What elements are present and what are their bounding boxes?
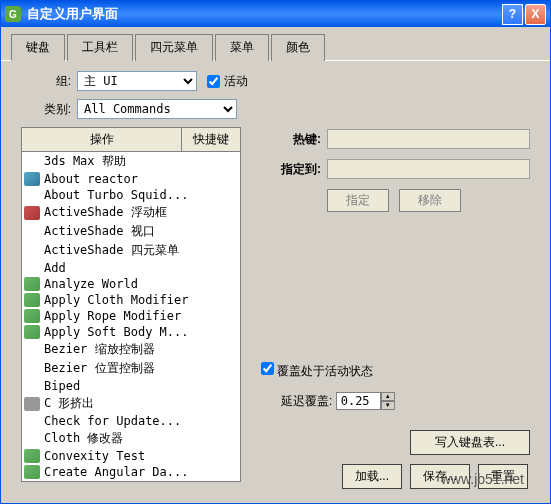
item-label: Cloth 修改器: [44, 430, 123, 447]
header-shortcut[interactable]: 快捷键: [182, 128, 240, 151]
tab-menu[interactable]: 菜单: [215, 34, 269, 61]
item-label: 3ds Max 帮助: [44, 153, 126, 170]
assigned-label: 指定到:: [261, 161, 321, 178]
list-item[interactable]: ActiveShade 四元菜单: [22, 241, 240, 260]
tab-quadmenu[interactable]: 四元菜单: [135, 34, 213, 61]
assign-button[interactable]: 指定: [327, 189, 389, 212]
item-icon: [24, 261, 40, 275]
item-label: ActiveShade 四元菜单: [44, 242, 179, 259]
item-icon: [24, 379, 40, 393]
window-title: 自定义用户界面: [27, 5, 502, 23]
reset-button[interactable]: 重置: [478, 464, 528, 489]
override-label: 覆盖处于活动状态: [277, 364, 373, 378]
active-checkbox[interactable]: [207, 75, 220, 88]
close-button[interactable]: X: [525, 4, 546, 25]
item-label: Apply Cloth Modifier: [44, 293, 189, 307]
item-icon: [24, 449, 40, 463]
item-icon: [24, 244, 40, 258]
item-label: Create Animation: [44, 481, 160, 482]
list-item[interactable]: Biped: [22, 378, 240, 394]
item-icon: [24, 188, 40, 202]
list-item[interactable]: About Turbo Squid...: [22, 187, 240, 203]
item-icon: [24, 172, 40, 186]
item-label: Apply Rope Modifier: [44, 309, 181, 323]
list-item[interactable]: Check for Update...: [22, 413, 240, 429]
item-icon: [24, 414, 40, 428]
item-label: Check for Update...: [44, 414, 181, 428]
tab-toolbar[interactable]: 工具栏: [67, 34, 133, 61]
item-label: Add: [44, 261, 66, 275]
item-label: Biped: [44, 379, 80, 393]
item-label: ActiveShade 视口: [44, 223, 155, 240]
item-label: About reactor: [44, 172, 138, 186]
item-icon: [24, 206, 40, 220]
item-icon: [24, 155, 40, 169]
list-item[interactable]: Bezier 位置控制器: [22, 359, 240, 378]
list-header: 操作 快捷键: [21, 127, 241, 152]
item-label: About Turbo Squid...: [44, 188, 189, 202]
group-select[interactable]: 主 UI: [77, 71, 197, 91]
list-item[interactable]: Create Animation: [22, 480, 240, 482]
spinner-up[interactable]: ▲: [381, 392, 395, 401]
app-icon: G: [5, 6, 21, 22]
item-label: C 形挤出: [44, 395, 94, 412]
item-label: Apply Soft Body M...: [44, 325, 189, 339]
item-label: Bezier 缩放控制器: [44, 341, 155, 358]
item-icon: [24, 481, 40, 482]
item-icon: [24, 325, 40, 339]
item-label: Analyze World: [44, 277, 138, 291]
delay-input[interactable]: [336, 392, 381, 410]
list-item[interactable]: About reactor: [22, 171, 240, 187]
hotkey-field[interactable]: [327, 129, 530, 149]
list-item[interactable]: Create Angular Da...: [22, 464, 240, 480]
item-icon: [24, 362, 40, 376]
assigned-field: [327, 159, 530, 179]
list-item[interactable]: C 形挤出: [22, 394, 240, 413]
item-icon: [24, 432, 40, 446]
item-label: Create Angular Da...: [44, 465, 189, 479]
group-label: 组:: [21, 73, 71, 90]
item-icon: [24, 397, 40, 411]
list-item[interactable]: Apply Cloth Modifier: [22, 292, 240, 308]
list-item[interactable]: Add: [22, 260, 240, 276]
category-label: 类别:: [21, 101, 71, 118]
hotkey-label: 热键:: [261, 131, 321, 148]
help-button[interactable]: ?: [502, 4, 523, 25]
item-icon: [24, 225, 40, 239]
item-label: ActiveShade 浮动框: [44, 204, 167, 221]
item-label: Convexity Test: [44, 449, 145, 463]
spinner-down[interactable]: ▼: [381, 401, 395, 410]
category-select[interactable]: All Commands: [77, 99, 237, 119]
write-keyboard-button[interactable]: 写入键盘表...: [410, 430, 530, 455]
item-icon: [24, 293, 40, 307]
list-item[interactable]: Bezier 缩放控制器: [22, 340, 240, 359]
list-item[interactable]: ActiveShade 浮动框: [22, 203, 240, 222]
save-button[interactable]: 保存...: [410, 464, 470, 489]
tab-color[interactable]: 颜色: [271, 34, 325, 61]
list-item[interactable]: Analyze World: [22, 276, 240, 292]
item-icon: [24, 343, 40, 357]
item-label: Bezier 位置控制器: [44, 360, 155, 377]
list-item[interactable]: ActiveShade 视口: [22, 222, 240, 241]
item-icon: [24, 465, 40, 479]
delay-label: 延迟覆盖:: [281, 394, 332, 408]
override-checkbox[interactable]: [261, 362, 274, 375]
remove-button[interactable]: 移除: [399, 189, 461, 212]
list-item[interactable]: Apply Soft Body M...: [22, 324, 240, 340]
tab-bar: 键盘 工具栏 四元菜单 菜单 颜色: [1, 27, 550, 61]
load-button[interactable]: 加载...: [342, 464, 402, 489]
action-list[interactable]: 3ds Max 帮助About reactorAbout Turbo Squid…: [21, 152, 241, 482]
active-label: 活动: [224, 73, 248, 90]
tab-keyboard[interactable]: 键盘: [11, 34, 65, 61]
header-action[interactable]: 操作: [22, 128, 182, 151]
list-item[interactable]: Apply Rope Modifier: [22, 308, 240, 324]
item-icon: [24, 277, 40, 291]
list-item[interactable]: Convexity Test: [22, 448, 240, 464]
item-icon: [24, 309, 40, 323]
list-item[interactable]: Cloth 修改器: [22, 429, 240, 448]
list-item[interactable]: 3ds Max 帮助: [22, 152, 240, 171]
